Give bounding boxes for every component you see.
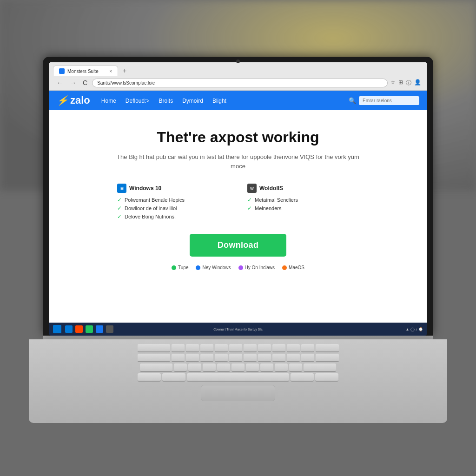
account-icon: 👤 <box>414 79 421 87</box>
forward-button[interactable]: → <box>68 78 78 87</box>
extension-icon: ⊞ <box>398 79 403 87</box>
laptop: Monsters Suite × + ← → C Santi://www.lsS… <box>38 57 438 438</box>
key-row-spacebar <box>43 373 433 382</box>
nav-search: 🔍 <box>349 96 419 105</box>
windows-icon: ⊞ <box>117 184 126 193</box>
hero-title: Thet're axpost working <box>157 129 319 146</box>
badge-dot-windows <box>196 265 200 270</box>
address-bar: ← → C Santi://www.lsScomplac:loic ☆ ⊞ ⓘ … <box>53 76 423 90</box>
badge-dot-inclaws <box>238 265 243 270</box>
screen-content: Monsters Suite × + ← → C Santi://www.lsS… <box>49 62 427 333</box>
tab-close-button[interactable]: × <box>109 69 112 74</box>
key-caps <box>138 354 170 362</box>
key-tab <box>138 344 170 352</box>
feature-item-1: ✓ Polwernant Benale Hepics <box>117 196 229 204</box>
browser-toolbar-icons: ☆ ⊞ ⓘ 👤 <box>390 79 421 87</box>
features-left-col: ⊞ Windows 10 ✓ Polwernant Benale Hepics … <box>117 184 229 221</box>
tab-favicon <box>59 68 65 74</box>
woldolis-icon: W <box>247 184 257 193</box>
feature-item-4: ✓ Metaimal Sencliers <box>247 196 359 204</box>
trackpad[interactable] <box>201 385 275 401</box>
logo-text: zalo <box>70 94 90 106</box>
page-content: Thet're axpost working The Blg ht hat pu… <box>49 110 427 333</box>
right-platform-title: W WoldolIS <box>247 184 359 193</box>
key-row-2 <box>43 354 433 362</box>
taskbar: Cownert Trvnl Maxenlo Sartvy Sla ▲ ◯ ♪ ⌚ <box>49 323 427 333</box>
site-navbar: ⚡ zalo Home Defloud:> Broits Dymoird Bli… <box>49 91 427 110</box>
left-platform-title: ⊞ Windows 10 <box>117 184 229 193</box>
feature-item-3: ✓ Delove Bong Nutnons. <box>117 212 229 221</box>
taskbar-icon-1[interactable] <box>65 325 73 333</box>
check-icon-5: ✓ <box>247 205 252 212</box>
screen-bezel: Monsters Suite × + ← → C Santi://www.lsS… <box>43 57 433 336</box>
taskbar-tray: ▲ ◯ ♪ ⌚ <box>405 327 423 331</box>
back-button[interactable]: ← <box>55 78 65 87</box>
star-icon: ☆ <box>390 79 396 87</box>
taskbar-icon-5[interactable] <box>106 325 113 333</box>
nav-links: Home Defloud:> Broits Dymoird Blight <box>101 96 226 105</box>
key-row-3 <box>43 364 433 372</box>
new-tab-button[interactable]: + <box>119 65 130 76</box>
refresh-button[interactable]: C <box>81 78 89 87</box>
logo-icon: ⚡ <box>57 95 68 106</box>
badge-dot-tupe <box>172 265 176 270</box>
nav-item-blight[interactable]: Blight <box>212 96 226 105</box>
info-icon: ⓘ <box>406 79 411 87</box>
check-icon-3: ✓ <box>117 213 122 220</box>
browser-chrome: Monsters Suite × + ← → C Santi://www.lsS… <box>49 62 427 91</box>
keyboard-base <box>29 339 447 423</box>
features-grid: ⊞ Windows 10 ✓ Polwernant Benale Hepics … <box>117 184 359 221</box>
start-button[interactable] <box>53 325 61 333</box>
badge-maeos: MaeOS <box>282 265 304 270</box>
badge-dot-maeos <box>282 265 287 270</box>
taskbar-icons <box>65 325 113 333</box>
browser-tabs: Monsters Suite × + <box>53 65 423 76</box>
taskbar-icon-2[interactable] <box>75 325 83 333</box>
key-spacebar <box>187 373 289 382</box>
features-right-col: W WoldolIS ✓ Metaimal Sencliers ✓ Melnen… <box>247 184 359 221</box>
download-button[interactable]: Download <box>190 234 286 257</box>
browser-tab-active[interactable]: Monsters Suite × <box>53 66 118 76</box>
badge-tupe: Tupe <box>172 265 188 270</box>
address-input[interactable]: Santi://www.lsScomplac:loic <box>92 79 388 87</box>
search-input[interactable] <box>359 96 419 105</box>
camera <box>236 60 240 63</box>
feature-item-5: ✓ Melnenders <box>247 204 359 212</box>
check-icon-2: ✓ <box>117 205 122 212</box>
keyboard-rows <box>43 344 433 383</box>
hero-subtitle: The Blg ht hat pub car wäl you in test l… <box>112 152 364 171</box>
feature-item-2: ✓ Dowlloor de of lnav illol <box>117 204 229 212</box>
badge-windows: Ney Windows <box>196 265 231 270</box>
platform-badges: Tupe Ney Windows Hy On Inclaws MaeOS <box>172 265 304 270</box>
taskbar-icon-3[interactable] <box>86 325 93 333</box>
search-icon: 🔍 <box>349 97 356 104</box>
laptop-hinge <box>43 336 433 339</box>
key-shift <box>140 364 172 372</box>
taskbar-icon-4[interactable] <box>96 325 103 333</box>
key-row-1 <box>43 344 433 352</box>
nav-item-broits[interactable]: Broits <box>159 96 173 105</box>
badge-inclaws: Hy On Inclaws <box>238 265 275 270</box>
tab-title: Monsters Suite <box>67 69 99 74</box>
nav-item-home[interactable]: Home <box>101 96 116 105</box>
site-logo: ⚡ zalo <box>57 94 90 106</box>
nav-item-defloud[interactable]: Defloud:> <box>126 96 150 105</box>
check-icon-1: ✓ <box>117 197 122 203</box>
taskbar-center-text: Cownert Trvnl Maxenlo Sartvy Sla <box>213 328 262 331</box>
nav-item-dymoird[interactable]: Dymoird <box>182 96 203 105</box>
check-icon-4: ✓ <box>247 197 252 203</box>
